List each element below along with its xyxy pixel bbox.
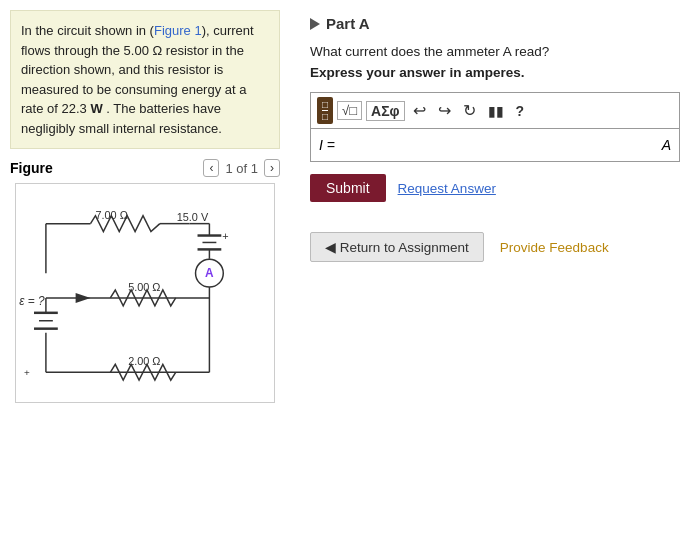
figure-page: 1 of 1 — [225, 161, 258, 176]
redo-button[interactable]: ↪ — [434, 99, 455, 122]
part-triangle-icon — [310, 18, 320, 30]
figure-next-button[interactable]: › — [264, 159, 280, 177]
answer-input[interactable] — [343, 133, 654, 157]
input-label: I = — [319, 137, 335, 153]
svg-text:15.0 V: 15.0 V — [177, 211, 209, 223]
undo-button[interactable]: ↩ — [409, 99, 430, 122]
figure-label: Figure — [10, 160, 53, 176]
input-row: I = A — [310, 128, 680, 162]
action-row: Submit Request Answer — [310, 174, 680, 202]
svg-text:ε = ?: ε = ? — [19, 294, 45, 308]
fraction-button[interactable]: □ □ — [317, 97, 333, 124]
answer-instruction: Express your answer in amperes. — [310, 65, 680, 80]
reset-button[interactable]: ↻ — [459, 99, 480, 122]
return-to-assignment-button[interactable]: ◀ Return to Assignment — [310, 232, 484, 262]
problem-description: In the circuit shown in (Figure 1), curr… — [21, 23, 254, 136]
problem-text: In the circuit shown in (Figure 1), curr… — [10, 10, 280, 149]
question-text: What current does the ammeter A read? — [310, 44, 680, 59]
svg-text:+: + — [222, 230, 228, 242]
sqrt-button[interactable]: √□ — [337, 101, 362, 120]
symbol-button[interactable]: AΣφ — [366, 101, 405, 121]
request-answer-button[interactable]: Request Answer — [398, 181, 496, 196]
figure-link[interactable]: Figure 1 — [154, 23, 202, 38]
keyboard-button[interactable]: ▮▮ — [484, 101, 508, 121]
svg-text:+: + — [24, 367, 30, 378]
figure-prev-button[interactable]: ‹ — [203, 159, 219, 177]
submit-button[interactable]: Submit — [310, 174, 386, 202]
part-header: Part A — [310, 15, 680, 32]
svg-text:A: A — [205, 266, 214, 280]
part-label: Part A — [326, 15, 370, 32]
svg-text:2.00 Ω: 2.00 Ω — [128, 355, 160, 367]
circuit-diagram: + 15.0 V A — [15, 183, 275, 403]
svg-text:5.00 Ω: 5.00 Ω — [128, 281, 160, 293]
math-toolbar: □ □ √□ AΣφ ↩ ↪ ↻ ▮▮ ? — [310, 92, 680, 128]
help-button[interactable]: ? — [512, 101, 529, 121]
figure-nav: ‹ 1 of 1 › — [203, 159, 280, 177]
input-unit: A — [662, 137, 671, 153]
svg-text:7.00 Ω: 7.00 Ω — [95, 209, 127, 221]
provide-feedback-button[interactable]: Provide Feedback — [500, 240, 609, 255]
figure-section: Figure ‹ 1 of 1 › — [10, 159, 280, 531]
right-panel: Part A What current does the ammeter A r… — [290, 0, 700, 541]
bottom-nav: ◀ Return to Assignment Provide Feedback — [310, 232, 680, 262]
